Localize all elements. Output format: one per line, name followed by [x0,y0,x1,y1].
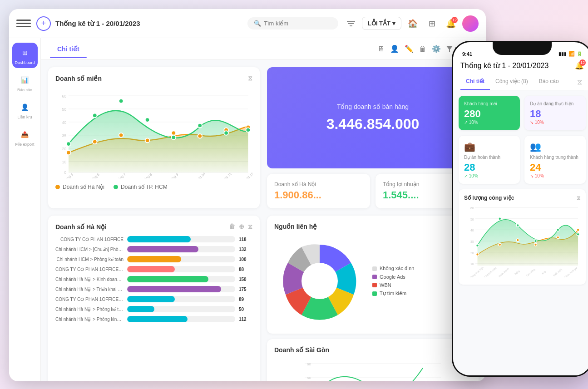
sidebar-item-dashboard[interactable]: ⊞ Dashboard [12,43,38,68]
svg-text:50: 50 [470,218,474,221]
battery-icon: 🔋 [577,51,582,56]
svg-text:Kiến nghị: Kiến nghị [553,268,562,277]
trash-icon[interactable]: 🗑 [419,45,426,53]
chart-filter-icon[interactable]: ⧖ [248,74,252,82]
card-title-nguon-lien-he: Nguồn liên hệ [274,223,471,230]
top-icons: 🏠 ⊞ 🔔 12 [405,15,479,32]
mobile-tab-baocao[interactable]: Báo cáo [534,74,564,90]
svg-text:20: 20 [62,147,66,151]
sidebar-item-fileexport[interactable]: 📤 File export [12,124,38,150]
svg-text:Bổng: Bổng [514,269,520,275]
mobile-title-row: Thống kê từ 1 - 20/01/2023 🔔 12 [460,61,584,70]
pie-legend: Không xác định Google Ads WBN [372,266,414,296]
mobile-chart-area: Số lượng công việc ⧖ [459,189,586,285]
mobile-content: Thống kê từ 1 - 20/01/2023 🔔 12 Chi tiết… [453,57,588,375]
svg-point-63 [516,224,519,227]
sidebar-item-lienkru[interactable]: 👤 Liên kru [12,97,38,123]
chart-legend: Doanh số Hà Nội Doanh số TP. HCM [55,184,252,190]
avatar[interactable] [462,15,479,32]
mobile-kpi-duandangthuchien: Dự án đang thực hiện 18 ↘ 10% [524,96,586,130]
monitor-icon[interactable]: 🖥 [377,45,385,53]
search-bar: 🔍 [247,17,338,30]
search-input[interactable] [264,20,332,27]
svg-point-70 [534,243,537,246]
home-icon-btn[interactable]: 🏠 [405,16,420,31]
mobile-kpi-khachhangmoi: Khách hàng mới 280 ↗ 10% [459,96,520,130]
svg-text:40: 40 [470,229,474,232]
settings-icon[interactable]: ⚙️ [432,44,441,53]
pie-container: Không xác định Google Ads WBN [274,236,471,326]
grid-icon-btn[interactable]: ⊞ [424,16,440,31]
svg-text:Tháng 9: Tháng 9 [167,172,179,178]
tablet-frame: + Thống kê từ 1 - 20/01/2023 🔍 LỖI TẮT ▾… [9,9,486,381]
mobile-tabs: Chi tiết Công việc (8) Báo cáo ⧖ [460,74,584,90]
svg-point-27 [93,113,97,118]
svg-point-65 [557,228,559,231]
svg-point-20 [119,133,124,138]
svg-text:60: 60 [307,362,311,366]
svg-text:Tháng 12: Tháng 12 [240,172,252,178]
svg-point-43 [301,263,338,299]
bar-row: CÔNG TY CỔ PHẦN 1OFFICE 118 [55,236,252,242]
sidebar-item-baocao[interactable]: 📊 Báo cáo [12,70,38,95]
saigon-chart-svg: 60 50 [274,359,471,381]
mobile-filter-icon[interactable]: ⧖ [575,74,584,90]
svg-text:Tháng 5: Tháng 5 [62,172,74,178]
svg-point-18 [66,151,71,155]
line-chart-svg: 60 50 40 35 20 10 0 [55,88,252,178]
loi-tat-button[interactable]: LỖI TẮT ▾ [362,17,401,30]
baocao-icon: 📊 [19,74,31,86]
svg-point-64 [534,240,537,242]
notification-icon-btn[interactable]: 🔔 12 [443,16,459,31]
svg-point-19 [93,139,97,144]
edit-icon[interactable]: ✏️ [405,44,414,53]
svg-text:35: 35 [470,240,474,243]
bar-row: Chi nhánh Hà Nội > Triển khai Hà Nội 175 [55,286,252,292]
mobile-chart-filter-icon[interactable]: ⧖ [577,195,580,201]
svg-point-28 [119,99,124,103]
kpi-hanoi-label: Doanh số Hà Nội [274,181,363,187]
svg-text:50: 50 [62,107,66,112]
svg-text:Tạm dừng: Tạm dừng [525,268,535,277]
copy-icon-sm[interactable]: ⊕ [239,223,244,231]
menu-icon[interactable] [16,16,31,31]
filter-icon-sm[interactable]: ⧖ [248,223,252,231]
svg-point-68 [499,243,501,246]
tab-chitiet[interactable]: Chi tiết [50,40,87,58]
svg-point-62 [499,217,501,220]
svg-text:20: 20 [470,251,474,255]
mobile-tab-chitiet[interactable]: Chi tiết [460,74,490,90]
add-button[interactable]: + [36,16,51,31]
trash-icon-sm[interactable]: 🗑 [229,223,235,231]
bar-row: CÔNG TY CỔ PHẦN 1OFFICE > Ban thu... 89 [55,296,252,302]
bar-row: Chi nhánh Hà Nội > Kinh doanh Hà Nội 150 [55,276,252,282]
svg-point-22 [172,131,176,135]
svg-point-33 [246,128,251,132]
svg-text:Chờ thực hiện: Chờ thực hiện [484,266,497,277]
filter-icon[interactable] [344,16,358,31]
legend-dot-hcm [114,185,118,189]
mobile-kpi-grid: Khách hàng mới 280 ↗ 10% Dự án đang thực… [459,96,586,130]
svg-text:Tháng 6: Tháng 6 [88,172,100,178]
bar-row: Chi nhánh Hà Nội > Phòng kinh doanh 1...… [55,316,252,322]
svg-point-30 [172,135,176,140]
nguon-lien-he-card: Nguồn liên hệ [267,216,479,334]
wifi-icon: 📶 [568,51,575,57]
kpi-section: Tổng doanh số bán hàng 3.446.854.000 Doa… [267,67,479,208]
svg-point-66 [577,233,579,236]
lienkru-icon: 👤 [19,101,31,113]
svg-point-71 [557,236,559,239]
mobile-tab-congviec[interactable]: Công việc (8) [490,74,534,90]
bar-row: Chi nhánh HCM > [Chuẩn] Phòng... 132 [55,246,252,252]
mobile-time: 9:41 [462,51,472,57]
bar-row: Chi nhánh Hà Nội > Phòng kế toán 50 [55,306,252,312]
doanh-so-mien-card: Doanh số miền ⧖ [48,67,260,208]
tabs-bar: Chi tiết 🖥 👤 ✏️ 🗑 ⚙️ Bộ lọc ▾ [41,38,486,60]
mobile-badge: 12 [579,59,586,66]
svg-point-32 [224,131,228,135]
fileexport-icon: 📤 [19,128,31,141]
mobile-notification-icon[interactable]: 🔔 12 [575,61,584,70]
mobile-chart-title: Số lượng công việc ⧖ [464,195,580,201]
kpi-main-value: 3.446.854.000 [326,116,420,133]
person-icon[interactable]: 👤 [390,44,399,53]
